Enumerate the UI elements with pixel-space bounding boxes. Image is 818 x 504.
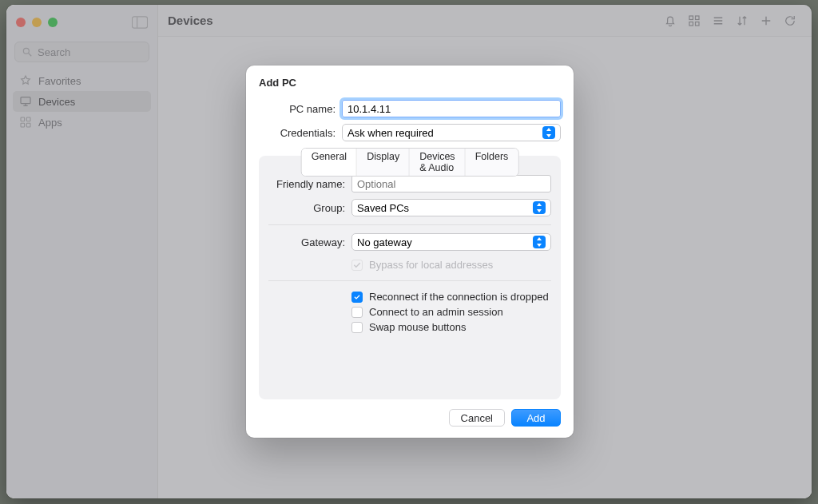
credentials-select[interactable]: Ask when required	[342, 124, 561, 141]
friendly-name-label: Friendly name:	[268, 178, 345, 190]
tab-display[interactable]: Display	[357, 149, 410, 176]
credentials-value: Ask when required	[347, 127, 434, 139]
swap-mouse-checkbox[interactable]	[351, 322, 363, 333]
divider	[268, 224, 551, 225]
reconnect-checkbox[interactable]	[351, 292, 363, 303]
admin-session-label: Connect to an admin session	[369, 306, 503, 318]
swap-mouse-checkbox-row[interactable]: Swap mouse buttons	[268, 319, 551, 335]
group-value: Saved PCs	[357, 202, 409, 214]
tab-folders[interactable]: Folders	[466, 149, 518, 176]
chevron-up-down-icon	[542, 126, 555, 139]
check-icon	[353, 293, 361, 301]
pc-name-label: PC name:	[259, 103, 336, 115]
dialog-title: Add PC	[259, 77, 561, 89]
reconnect-label: Reconnect if the connection is dropped	[369, 291, 549, 303]
group-select[interactable]: Saved PCs	[351, 199, 551, 216]
pc-name-input[interactable]	[342, 100, 561, 117]
add-pc-dialog: Add PC PC name: Credentials: Ask when re…	[246, 65, 574, 438]
chevron-up-down-icon	[533, 201, 546, 214]
tab-general[interactable]: General	[302, 149, 357, 176]
bypass-local-label: Bypass for local addresses	[369, 259, 493, 271]
dialog-tab-panel: General Display Devices & Audio Folders …	[259, 156, 561, 399]
reconnect-checkbox-row[interactable]: Reconnect if the connection is dropped	[268, 289, 551, 304]
tab-devices-audio[interactable]: Devices & Audio	[410, 149, 465, 176]
dialog-footer: Cancel Add	[259, 399, 561, 427]
gateway-value: No gateway	[357, 236, 412, 248]
app-window: Search Favorites Devices Apps Devices	[6, 5, 812, 498]
check-icon	[352, 260, 362, 270]
chevron-up-down-icon	[533, 236, 546, 248]
admin-session-checkbox[interactable]	[351, 307, 363, 318]
group-label: Group:	[268, 202, 345, 214]
gateway-label: Gateway:	[268, 236, 345, 248]
add-button[interactable]: Add	[511, 409, 561, 427]
divider	[268, 280, 551, 281]
bypass-local-checkbox-row: Bypass for local addresses	[268, 257, 551, 272]
dialog-tabs: General Display Devices & Audio Folders	[301, 148, 519, 177]
bypass-local-checkbox	[351, 260, 363, 271]
admin-session-checkbox-row[interactable]: Connect to an admin session	[268, 304, 551, 319]
gateway-select[interactable]: No gateway	[351, 233, 551, 251]
cancel-button[interactable]: Cancel	[449, 409, 505, 427]
credentials-label: Credentials:	[259, 127, 336, 139]
friendly-name-input[interactable]	[351, 175, 551, 192]
swap-mouse-label: Swap mouse buttons	[369, 321, 466, 333]
